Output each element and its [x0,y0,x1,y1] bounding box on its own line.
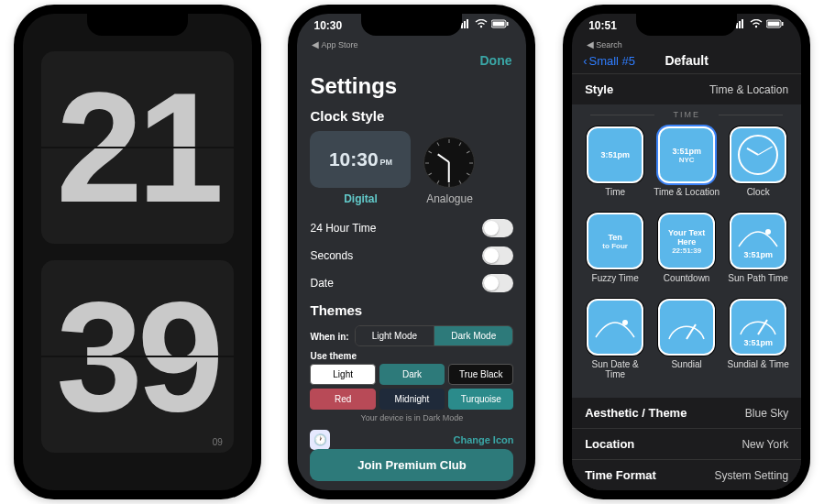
theme-light[interactable]: Light [310,364,375,385]
widget-label: Time & Location [653,187,720,207]
nav-row: Done [297,51,526,73]
svg-rect-6 [493,22,505,27]
breadcrumb-label: App Store [321,40,357,49]
toggle-switch-24h[interactable] [482,219,513,237]
toggle-date: Date [310,269,513,297]
style-cell[interactable]: Style Time & Location [572,73,801,104]
widget-label: Sun Path Time [724,273,792,293]
digital-suffix: PM [380,158,393,167]
toggle-switch-seconds[interactable] [482,247,513,265]
widget-item[interactable]: 3:51pmTime [581,126,649,207]
clock-style-row: 10:30 PM Digital Analogue [310,131,513,205]
svg-point-16 [765,229,771,235]
tile-text: Your Text Here [660,228,713,247]
widget-item[interactable]: 3:51pmNYCTime & Location [653,126,720,207]
cell-value: System Setting [714,469,788,482]
nav-bar: ‹ Small #5 Default [572,51,801,73]
widget-item[interactable]: Your Text Here22:51:39Countdown [653,213,720,293]
change-icon-button[interactable]: Change Icon [453,434,513,445]
digital-option[interactable]: 10:30 PM Digital [310,131,411,205]
use-theme-label: Use theme [310,351,513,361]
flip-date: 09 [213,437,223,447]
toggle-seconds: Seconds [310,242,513,269]
widget-label: Time [581,187,649,207]
widget-item[interactable]: Sundial [653,299,720,379]
join-premium-button[interactable]: Join Premium Club [310,449,513,481]
breadcrumb[interactable]: ◀ App Store [297,39,526,51]
theme-dark[interactable]: Dark [379,364,445,385]
tile-text: Ten [608,233,621,242]
phone-flip-clock: 21 39 09 [14,5,261,499]
wifi-icon [475,19,488,28]
time-format-cell[interactable]: Time Format System Setting [572,459,801,490]
screen-settings: 10:30 ◀ App Store Done Settings Clock St… [297,14,526,490]
tile-text: 3:51pm [743,338,773,347]
theme-red[interactable]: Red [310,389,375,410]
location-cell[interactable]: Location New York [572,428,801,459]
widget-item[interactable]: Sun Date & Time [581,299,649,379]
widget-picker: TIME 3:51pmTime3:51pmNYCTime & LocationC… [572,104,801,398]
notch [361,14,462,36]
widget-item[interactable]: Clock [724,126,792,207]
section-clock-style: Clock Style [310,108,513,124]
when-in-dark[interactable]: Dark Mode [434,326,512,345]
cell-key: Location [585,437,634,451]
phone-settings: 10:30 ◀ App Store Done Settings Clock St… [288,5,535,499]
svg-point-17 [622,320,628,325]
breadcrumb[interactable]: ◀ Search [572,39,801,51]
cell-key: Aesthetic / Theme [585,406,687,420]
when-in-label: When in: [310,332,348,342]
back-button[interactable]: ‹ Small #5 [583,54,635,68]
widget-tile [730,126,786,183]
widget-tile: 3:51pm [587,126,643,183]
done-button[interactable]: Done [479,53,511,68]
screen-flip-clock: 21 39 09 [23,14,252,490]
aesthetic-cell[interactable]: Aesthetic / Theme Blue Sky [572,398,801,428]
analogue-option[interactable]: Analogue [423,137,475,205]
sundial-icon [737,307,779,338]
widget-label: Fuzzy Time [581,273,649,293]
tile-subtext: NYC [679,156,695,164]
tile-subtext: 22:51:39 [672,247,701,255]
digital-time: 10:30 [329,131,379,188]
widget-item[interactable]: 3:51pmSun Path Time [724,213,792,293]
theme-turquoise[interactable]: Turquoise [448,389,513,410]
widget-item[interactable]: 3:51pmSundial & Time [724,299,792,379]
toggle-label: Date [310,277,333,290]
status-icons [458,19,510,28]
svg-rect-3 [467,19,468,28]
widget-tile: Tento Four [587,213,643,269]
svg-point-4 [480,26,482,27]
svg-rect-10 [739,21,741,28]
widget-label: Countdown [653,273,720,293]
toggle-24h: 24 Hour Time [310,214,513,242]
cell-value: Blue Sky [745,407,788,420]
status-time: 10:51 [588,19,617,32]
app-icon: 🕐 [310,430,330,450]
tile-text: 3:51pm [743,250,773,259]
flip-minutes-card: 39 09 [41,260,234,453]
status-icons [733,19,785,28]
widget-grid: 3:51pmTime3:51pmNYCTime & LocationClockT… [572,123,801,381]
widget-tile [658,299,715,356]
bottom-cells: Aesthetic / Theme Blue Sky Location New … [572,398,801,490]
breadcrumb-label: Search [596,40,622,49]
analogue-label: Analogue [423,192,475,205]
svg-point-12 [755,26,757,27]
tile-subtext: to Four [602,242,628,250]
digital-label: Digital [310,192,411,205]
widget-label: Sundial & Time [724,359,792,379]
theme-midnight[interactable]: Midnight [379,389,445,410]
flip-minutes: 39 [56,279,218,434]
toggle-switch-date[interactable] [482,274,513,292]
when-in-light[interactable]: Light Mode [356,326,434,345]
theme-true-black[interactable]: True Black [448,364,513,385]
sun-path-icon [737,223,779,250]
widget-item[interactable]: Tento FourFuzzy Time [581,213,649,293]
digital-preview: 10:30 PM [310,131,411,188]
svg-rect-2 [464,21,466,28]
tile-text: 3:51pm [672,147,701,156]
widget-label: Sun Date & Time [581,359,649,379]
chevron-left-icon: ◀ [587,39,594,49]
chevron-left-icon: ‹ [583,54,587,68]
